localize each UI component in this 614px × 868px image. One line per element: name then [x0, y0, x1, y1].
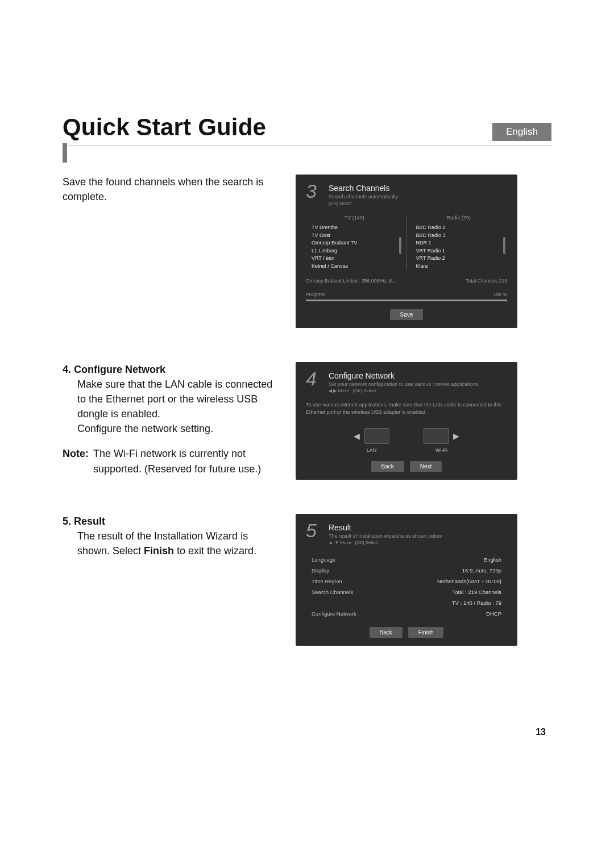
back-button[interactable]: Back: [370, 627, 403, 638]
radio-channel-item: BBC Radio 2: [410, 224, 508, 232]
page-title: Quick Start Guide: [63, 114, 266, 141]
save-channels-text: Save the found channels when the search …: [63, 175, 279, 328]
step-5-text: The result of the Installation Wizard is…: [63, 529, 279, 558]
shot4-title: Configure Network: [329, 371, 507, 380]
radio-channel-item: VRT Radio 2: [410, 255, 508, 263]
arrow-right-icon[interactable]: ▶: [453, 431, 459, 441]
radio-channel-item: NDR 1: [410, 239, 508, 247]
back-button[interactable]: Back: [371, 461, 404, 472]
note-text: The Wi-Fi network is currently not suppo…: [93, 446, 279, 476]
scrollbar-thumb[interactable]: [399, 237, 401, 254]
shot5-title: Result: [329, 523, 507, 532]
column-divider: [406, 215, 407, 270]
lan-label: LAN: [367, 447, 377, 453]
progress-info-left: Omroep Brabant Limbur : 356.00MHz, 6...: [306, 278, 396, 284]
radio-channel-item: BBC Radio 3: [410, 232, 508, 240]
shot3-title: Search Channels: [329, 184, 507, 193]
shot4-subtitle: Set your network configuration to use va…: [329, 381, 507, 387]
step-number-3: 3: [306, 180, 317, 202]
note-label: Note:: [63, 446, 89, 476]
tv-column-header: TV (140): [306, 215, 403, 221]
shot5-subtitle: The result of installation wizard is as …: [329, 533, 507, 539]
shot3-subtitle: Search channels automatically.: [329, 194, 507, 200]
next-button[interactable]: Next: [410, 461, 442, 472]
finish-button[interactable]: Finish: [408, 627, 444, 638]
result-row: Display16:9, Auto, 720p: [309, 565, 504, 576]
tv-channel-item: Omroep Brabant TV: [306, 239, 403, 247]
step-4-text-1: Make sure that the LAN cable is connecte…: [77, 377, 279, 421]
result-row: Search ChannelsTotal : 219 Channels: [309, 587, 504, 597]
wifi-icon[interactable]: [424, 428, 449, 444]
radio-channel-item: Klara: [410, 263, 508, 271]
step-number-5: 5: [306, 520, 317, 542]
step-4-text-2: Configure the network setting.: [77, 421, 279, 436]
save-button[interactable]: Save: [390, 309, 424, 320]
screenshot-configure-network: 4 Configure Network Set your network con…: [296, 362, 517, 480]
scrollbar-thumb[interactable]: [503, 237, 505, 254]
shot5-hint: ▲ ▼ Move [OK] Select: [329, 540, 507, 545]
progress-percent: 100 %: [493, 292, 507, 297]
tv-channel-item: VRT / één: [306, 255, 403, 263]
language-badge: English: [492, 123, 551, 141]
step-number-4: 4: [306, 368, 317, 390]
step-4-heading: 4. Configure Network: [63, 362, 279, 377]
screenshot-search-channels: 3 Search Channels Search channels automa…: [296, 175, 517, 328]
progress-info-right: Total Channels 219: [466, 278, 507, 284]
lan-icon[interactable]: [364, 428, 389, 444]
screenshot-result: 5 Result The result of installation wiza…: [296, 514, 517, 646]
radio-channel-item: VRT Radio 1: [410, 247, 508, 255]
result-row: Configure NetworkDHCP: [309, 608, 504, 619]
progress-bar: [306, 300, 507, 301]
progress-label: Progress: [306, 292, 325, 297]
result-row: TV : 140 / Radio : 79: [309, 597, 504, 608]
wifi-label: Wi-Fi: [435, 447, 447, 453]
tv-channel-item: TV Oost: [306, 232, 403, 240]
shot3-hint: [OK] Select: [329, 201, 507, 206]
result-row: Time RegionNetherlands(GMT + 01:00): [309, 576, 504, 587]
page-number: 13: [536, 727, 546, 737]
tv-channel-item: L1 Limburg: [306, 247, 403, 255]
shot4-body-text: To use various Internet applications, ma…: [306, 401, 507, 416]
tv-channel-item: Ketnet / Canvas: [306, 263, 403, 271]
tv-channel-item: TV Drenthe: [306, 224, 403, 232]
arrow-left-icon[interactable]: ◀: [354, 431, 360, 441]
step-5-heading: 5. Result: [63, 514, 279, 529]
accent-bar: [63, 143, 67, 163]
radio-column-header: Radio (79): [410, 215, 508, 221]
shot4-hint: ◀ ▶ Move [OK] Select: [329, 388, 507, 393]
result-row: LanguageEnglish: [309, 554, 504, 565]
